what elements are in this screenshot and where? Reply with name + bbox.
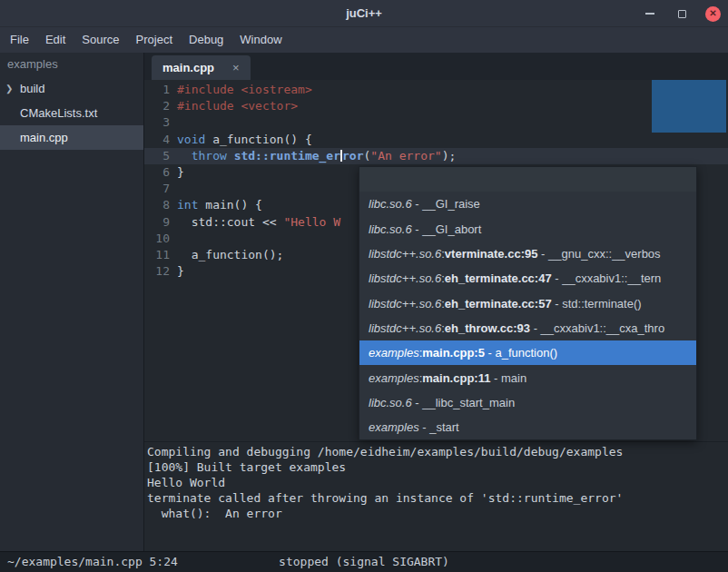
tab-close-icon[interactable]: × — [232, 62, 240, 74]
code-text: #include <vector> — [177, 98, 298, 114]
line-number: 6 — [144, 164, 170, 181]
code-line-4[interactable]: 4void a_function() { — [144, 132, 728, 148]
line-number: 12 — [144, 263, 170, 280]
titlebar: juCi++ ✕ — [0, 0, 728, 27]
code-line-1[interactable]: 1#include <iostream> — [144, 82, 728, 98]
line-number: 10 — [144, 231, 170, 247]
backtrace-item[interactable]: libstdc++.so.6:eh_terminate.cc:47 - __cx… — [359, 266, 696, 291]
code-text: void a_function() { — [177, 132, 312, 148]
minimize-button[interactable] — [642, 5, 658, 22]
line-number: 8 — [144, 197, 170, 213]
window-title: juCi++ — [346, 6, 382, 20]
terminal-line: Compiling and debugging /home/eidheim/ex… — [147, 444, 728, 459]
backtrace-popup[interactable]: libc.so.6 - __GI_raiselibc.so.6 - __GI_a… — [359, 166, 697, 440]
close-icon: ✕ — [709, 9, 716, 18]
backtrace-item[interactable]: libstdc++.so.6:vterminate.cc:95 - __gnu_… — [359, 242, 696, 266]
line-number: 9 — [144, 214, 170, 231]
menu-window[interactable]: Window — [231, 27, 290, 53]
line-number: 11 — [144, 247, 170, 263]
tree-item-label: main.cpp — [20, 131, 68, 144]
menu-file[interactable]: File — [2, 27, 37, 53]
line-number: 3 — [144, 114, 170, 131]
menu-project[interactable]: Project — [128, 27, 181, 53]
text-cursor — [340, 150, 342, 162]
code-line-5[interactable]: 5 throw std::runtime_error("An error"); — [144, 148, 728, 164]
terminal-line: [100%] Built target examples — [147, 459, 728, 475]
backtrace-item[interactable]: libc.so.6 - __libc_start_main — [359, 390, 696, 415]
project-name: examples — [0, 53, 143, 76]
sidebar: examples ❯buildCMakeLists.txtmain.cpp — [0, 53, 144, 551]
window-controls: ✕ — [642, 0, 721, 27]
code-text: } — [177, 263, 184, 280]
line-number: 5 — [144, 148, 170, 164]
code-text: #include <iostream> — [177, 82, 312, 98]
tree-item-build[interactable]: ❯build — [0, 76, 143, 101]
terminal-line: terminate called after throwing an insta… — [147, 490, 728, 506]
code-text: } — [177, 164, 184, 181]
menu-edit[interactable]: Edit — [37, 27, 74, 53]
backtrace-item[interactable]: libstdc++.so.6:eh_throw.cc:93 - __cxxabi… — [359, 316, 696, 340]
tree-item-CMakeLists.txt[interactable]: CMakeLists.txt — [0, 101, 143, 125]
backtrace-item[interactable]: libc.so.6 - __GI_raise — [359, 192, 696, 216]
code-text: a_function(); — [177, 247, 283, 263]
tree-item-label: build — [20, 82, 44, 95]
line-number: 2 — [144, 98, 170, 114]
backtrace-item-empty[interactable] — [359, 167, 696, 192]
menu-debug[interactable]: Debug — [181, 27, 231, 53]
backtrace-item[interactable]: libc.so.6 - __GI_abort — [359, 217, 696, 242]
terminal-panel[interactable]: Compiling and debugging /home/eidheim/ex… — [144, 441, 728, 551]
menubar: FileEditSourceProjectDebugWindow — [0, 27, 728, 53]
backtrace-item[interactable]: examples:main.cpp:11 - main — [359, 365, 696, 390]
restore-button[interactable] — [674, 5, 690, 22]
close-button[interactable]: ✕ — [705, 6, 721, 22]
code-text: throw std::runtime_error("An error"); — [177, 148, 456, 164]
tab-main-cpp[interactable]: main.cpp × — [152, 55, 251, 80]
terminal-output: Compiling and debugging /home/eidheim/ex… — [147, 444, 728, 521]
status-debug-state: stopped (signal SIGABRT) — [0, 552, 728, 572]
minimize-icon — [645, 13, 654, 15]
tab-label: main.cpp — [162, 61, 214, 74]
editor-tooltip-overlay — [652, 80, 726, 133]
terminal-line: Hello World — [147, 475, 728, 490]
file-tree: ❯buildCMakeLists.txtmain.cpp — [0, 76, 143, 150]
chevron-right-icon[interactable]: ❯ — [5, 84, 13, 94]
tree-item-main.cpp[interactable]: main.cpp — [0, 125, 143, 150]
restore-icon — [678, 10, 686, 18]
tabbar: main.cpp × — [144, 53, 728, 80]
backtrace-item[interactable]: libstdc++.so.6:eh_terminate.cc:57 - std:… — [359, 291, 696, 315]
terminal-line: what(): An error — [147, 506, 728, 521]
backtrace-item[interactable]: examples - _start — [359, 415, 696, 439]
code-line-2[interactable]: 2#include <vector> — [144, 98, 728, 114]
code-text: int main() { — [177, 197, 262, 213]
line-number: 7 — [144, 181, 170, 197]
line-number: 4 — [144, 132, 170, 148]
menu-source[interactable]: Source — [74, 27, 127, 53]
code-line-3[interactable]: 3 — [144, 114, 728, 131]
line-number: 1 — [144, 82, 170, 98]
tree-item-label: CMakeLists.txt — [20, 106, 97, 120]
code-text: std::cout << "Hello W — [177, 214, 340, 231]
backtrace-item[interactable]: examples:main.cpp:5 - a_function() — [359, 340, 696, 365]
statusbar: ~/examples/main.cpp 5:24 stopped (signal… — [0, 551, 728, 572]
